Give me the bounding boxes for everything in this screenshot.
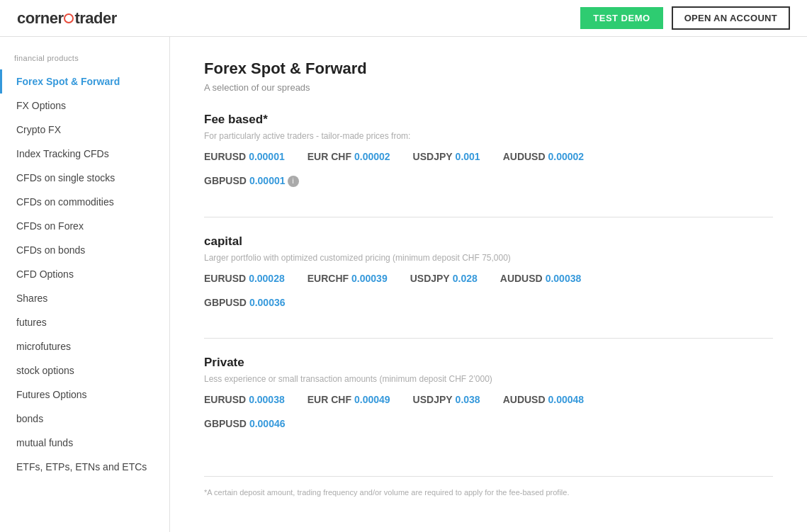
sidebar-item-bonds[interactable]: bonds [0, 407, 169, 431]
section-title-capital: capital [204, 234, 773, 249]
rate-value: 0.00036 [249, 297, 286, 308]
rate-value: 0.001 [456, 151, 480, 162]
header: cornertrader TEST DEMO OPEN AN ACCOUNT [0, 0, 807, 37]
rate-item-eurchf: EUR CHF0.00049 [307, 394, 390, 405]
layout: financial products Forex Spot & ForwardF… [0, 37, 807, 532]
rate-value: 0.00038 [249, 394, 285, 405]
rates-row-capital-0: EURUSD0.00028EURCHF0.00039USDJPY0.028AUD… [204, 273, 773, 290]
sidebar-item-microfutures[interactable]: microfutures [0, 334, 169, 358]
rate-value: 0.00049 [354, 394, 390, 405]
info-icon[interactable]: i [288, 176, 299, 187]
rates-row-capital-1: GBPUSD0.00036 [204, 297, 773, 314]
rate-item-usdjpy: USDJPY0.028 [410, 273, 478, 284]
rate-item-audusd: AUDUSD0.00048 [503, 394, 585, 405]
rate-item-usdjpy: USDJPY0.001 [413, 151, 480, 162]
rate-label: GBPUSD [204, 297, 247, 308]
rate-label: EURUSD [204, 394, 246, 405]
logo-icon [64, 13, 74, 23]
section-fee-based: Fee based*For particularly active trader… [204, 113, 773, 217]
rate-label: AUDUSD [503, 151, 546, 162]
sidebar-item-stock-options[interactable]: stock options [0, 358, 169, 383]
sidebar-item-futures[interactable]: futures [0, 310, 169, 334]
rate-value: 0.00039 [351, 273, 388, 284]
section-title-private: Private [204, 356, 773, 370]
rate-value: 0.00038 [546, 273, 582, 284]
rate-item-usdjpy: USDJPY0.038 [413, 394, 480, 405]
sidebar-item-cfds-single-stocks[interactable]: CFDs on single stocks [0, 166, 169, 190]
rates-row-fee-based-1: GBPUSD0.00001i [204, 175, 773, 193]
rate-item-eurchf: EUR CHF0.00002 [307, 151, 390, 162]
section-private: PrivateLess experience or small transact… [204, 356, 773, 459]
sidebar-item-etfs[interactable]: ETFs, ETPs, ETNs and ETCs [0, 455, 169, 479]
rate-label: EURUSD [204, 273, 246, 284]
footnote: *A certain deposit amount, trading frequ… [204, 476, 773, 497]
rate-value: 0.00001 [249, 175, 286, 186]
rate-label: EUR CHF [307, 151, 351, 162]
sidebar-item-cfds-commodities[interactable]: CFDs on commodities [0, 190, 169, 214]
logo: cornertrader [17, 9, 117, 28]
rate-label: USDJPY [413, 151, 453, 162]
sidebar-item-crypto-fx[interactable]: Crypto FX [0, 118, 169, 142]
rate-value: 0.00046 [249, 418, 286, 429]
section-desc-capital: Larger portfolio with optimized customiz… [204, 253, 773, 263]
rate-value: 0.038 [456, 394, 480, 405]
page-title: Forex Spot & Forward [204, 60, 773, 78]
rate-label: EURCHF [307, 273, 349, 284]
rate-value: 0.00028 [249, 273, 285, 284]
rate-item-gbpusd: GBPUSD0.00036 [204, 297, 286, 308]
rate-item-eurchf: EURCHF0.00039 [307, 273, 388, 284]
rate-label: EURUSD [204, 151, 246, 162]
rate-label: AUDUSD [500, 273, 543, 284]
rate-value: 0.00002 [548, 151, 585, 162]
rate-item-gbpusd: GBPUSD0.00001i [204, 175, 299, 187]
sidebar-item-fx-options[interactable]: FX Options [0, 94, 169, 118]
rate-label: AUDUSD [503, 394, 546, 405]
rates-row-private-0: EURUSD0.00038EUR CHF0.00049USDJPY0.038AU… [204, 394, 773, 411]
rate-item-gbpusd: GBPUSD0.00046 [204, 418, 286, 429]
section-desc-fee-based: For particularly active traders - tailor… [204, 131, 773, 141]
open-account-button[interactable]: OPEN AN ACCOUNT [672, 6, 790, 30]
rate-item-eurusd: EURUSD0.00001 [204, 151, 285, 162]
section-desc-private: Less experience or small transaction amo… [204, 374, 773, 384]
rate-item-eurusd: EURUSD0.00038 [204, 394, 285, 405]
logo-corner: corner [17, 9, 63, 27]
logo-text: cornertrader [17, 9, 117, 28]
rate-item-audusd: AUDUSD0.00002 [503, 151, 585, 162]
main-content: Forex Spot & Forward A selection of our … [170, 37, 807, 532]
sidebar-item-shares[interactable]: Shares [0, 286, 169, 310]
rate-label: EUR CHF [307, 394, 351, 405]
rates-row-fee-based-0: EURUSD0.00001EUR CHF0.00002USDJPY0.001AU… [204, 151, 773, 168]
sidebar-item-cfd-options[interactable]: CFD Options [0, 262, 169, 286]
rate-label: GBPUSD [204, 418, 247, 429]
rate-label: GBPUSD [204, 175, 247, 186]
page-subtitle: A selection of our spreads [204, 82, 773, 93]
logo-trader: trader [74, 9, 116, 27]
rates-row-private-1: GBPUSD0.00046 [204, 418, 773, 435]
section-title-fee-based: Fee based* [204, 113, 773, 127]
sidebar-item-cfds-forex[interactable]: CFDs on Forex [0, 214, 169, 238]
test-demo-button[interactable]: TEST DEMO [580, 7, 662, 29]
sidebar-item-forex-spot-forward[interactable]: Forex Spot & Forward [0, 69, 169, 94]
sidebar-item-cfds-bonds[interactable]: CFDs on bonds [0, 238, 169, 262]
sidebar-item-futures-options[interactable]: Futures Options [0, 383, 169, 407]
sidebar: financial products Forex Spot & ForwardF… [0, 37, 170, 532]
rate-value: 0.028 [453, 273, 478, 284]
rate-item-audusd: AUDUSD0.00038 [500, 273, 582, 284]
header-buttons: TEST DEMO OPEN AN ACCOUNT [580, 6, 790, 30]
sidebar-category: financial products [0, 54, 169, 69]
sidebar-item-mutual-funds[interactable]: mutual funds [0, 431, 169, 455]
rate-label: USDJPY [410, 273, 450, 284]
rate-label: USDJPY [413, 394, 453, 405]
rate-value: 0.00048 [548, 394, 585, 405]
section-capital: capitalLarger portfolio with optimized c… [204, 234, 773, 339]
rate-value: 0.00001 [249, 151, 285, 162]
rate-item-eurusd: EURUSD0.00028 [204, 273, 285, 284]
rate-value: 0.00002 [354, 151, 390, 162]
sidebar-item-index-tracking-cfds[interactable]: Index Tracking CFDs [0, 142, 169, 166]
